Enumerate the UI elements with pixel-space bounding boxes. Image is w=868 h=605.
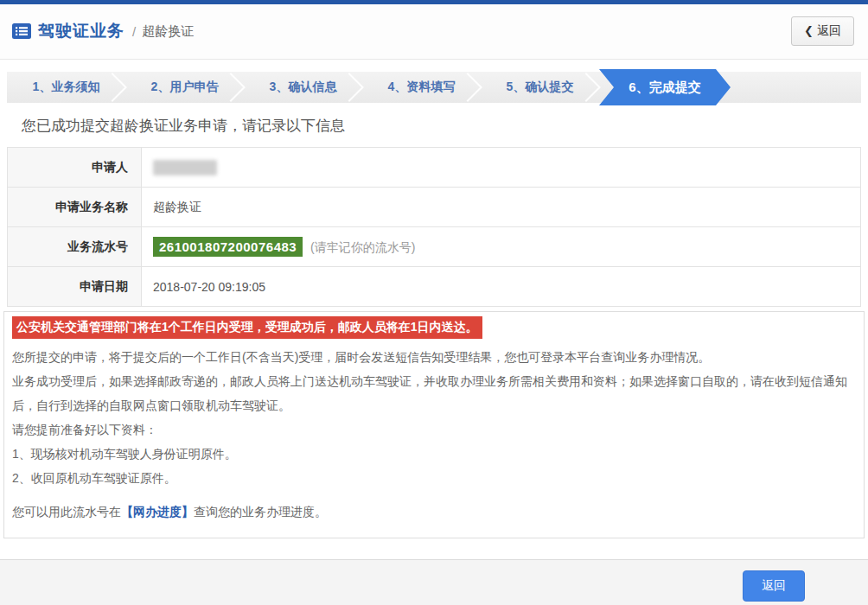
row-label: 业务流水号 [8, 227, 142, 267]
breadcrumb-divider: / [132, 24, 136, 39]
progress-query-line: 您可以用此流水号在【网办进度】查询您的业务办理进度。 [12, 500, 856, 524]
row-label: 申请人 [8, 148, 142, 188]
redacted-applicant-name [153, 160, 217, 175]
progress-steps: 1、业务须知 2、用户申告 3、确认信息 4、资料填写 5、确认提交 6、完成提… [7, 72, 861, 103]
row-label: 申请业务名称 [8, 188, 142, 227]
page-title: 驾驶证业务 [38, 20, 124, 42]
step-4-fill-materials: 4、资料填写 [362, 72, 481, 103]
back-button-top-label: 返回 [817, 23, 841, 37]
notice-paragraph: 您所提交的申请，将于提交后的一个工作日(不含当天)受理，届时会发送短信告知受理结… [12, 345, 856, 369]
application-info-table: 申请人 申请业务名称 超龄换证 业务流水号 261001807200076483… [7, 147, 861, 307]
progress-line-prefix: 您可以用此流水号在 [12, 505, 121, 519]
breadcrumb: 驾驶证业务 / 超龄换证 [12, 20, 194, 42]
notice-text: 您所提交的申请，将于提交后的一个工作日(不含当天)受理，届时会发送短信告知受理结… [12, 345, 856, 524]
notice-paragraph: 业务成功受理后，如果选择邮政寄递的，邮政人员将上门送达机动车驾驶证，并收取办理业… [12, 369, 856, 417]
row-label: 申请日期 [8, 267, 142, 307]
serial-number-note: (请牢记你的流水号) [310, 240, 415, 254]
steps-filler [731, 72, 861, 103]
notice-paragraph: 1、现场核对机动车驾驶人身份证明原件。 [12, 442, 856, 466]
row-value [142, 148, 861, 188]
page-footer: 返回 [0, 559, 868, 605]
table-row-business-name: 申请业务名称 超龄换证 [8, 188, 861, 227]
step-6-submit-complete-active: 6、完成提交 [599, 69, 731, 105]
table-row-apply-date: 申请日期 2018-07-20 09:19:05 [8, 267, 861, 307]
success-heading: 您已成功提交超龄换证业务申请，请记录以下信息 [22, 116, 861, 136]
step-label: 1、业务须知 [33, 80, 100, 95]
page-subtitle: 超龄换证 [142, 23, 194, 40]
notice-paragraph: 请您提前准备好以下资料： [12, 417, 856, 442]
online-progress-link[interactable]: 【网办进度】 [121, 505, 194, 519]
row-value: 261001807200076483 (请牢记你的流水号) [142, 227, 861, 267]
step-label: 5、确认提交 [507, 80, 574, 95]
notice-paragraph: 2、收回原机动车驾驶证原件。 [12, 466, 856, 490]
step-label: 2、用户申告 [151, 80, 219, 95]
progress-line-suffix: 查询您的业务办理进度。 [194, 505, 327, 519]
step-3-confirm-info: 3、确认信息 [244, 72, 362, 103]
serial-number-badge: 261001807200076483 [153, 237, 303, 257]
notice-box: 公安机关交通管理部门将在1个工作日内受理，受理成功后，邮政人员将在1日内送达。 … [3, 311, 865, 538]
step-5-confirm-submit: 5、确认提交 [481, 72, 599, 103]
row-value: 2018-07-20 09:19:05 [142, 267, 861, 307]
back-button-bottom[interactable]: 返回 [743, 570, 805, 602]
step-label: 6、完成提交 [629, 80, 700, 96]
back-button-top[interactable]: ❮返回 [791, 16, 854, 46]
step-label: 4、资料填写 [388, 80, 456, 95]
row-value: 超龄换证 [142, 188, 861, 227]
list-icon [12, 23, 31, 39]
step-label: 3、确认信息 [270, 80, 337, 95]
table-row-applicant: 申请人 [8, 148, 861, 188]
chevron-left-icon: ❮ [804, 24, 814, 37]
step-2-user-declaration: 2、用户申告 [125, 72, 244, 103]
page-header: 驾驶证业务 / 超龄换证 ❮返回 [0, 4, 868, 60]
table-row-serial-number: 业务流水号 261001807200076483 (请牢记你的流水号) [8, 227, 861, 267]
alert-banner: 公安机关交通管理部门将在1个工作日内受理，受理成功后，邮政人员将在1日内送达。 [12, 316, 482, 339]
step-1-business-notice: 1、业务须知 [7, 72, 125, 103]
